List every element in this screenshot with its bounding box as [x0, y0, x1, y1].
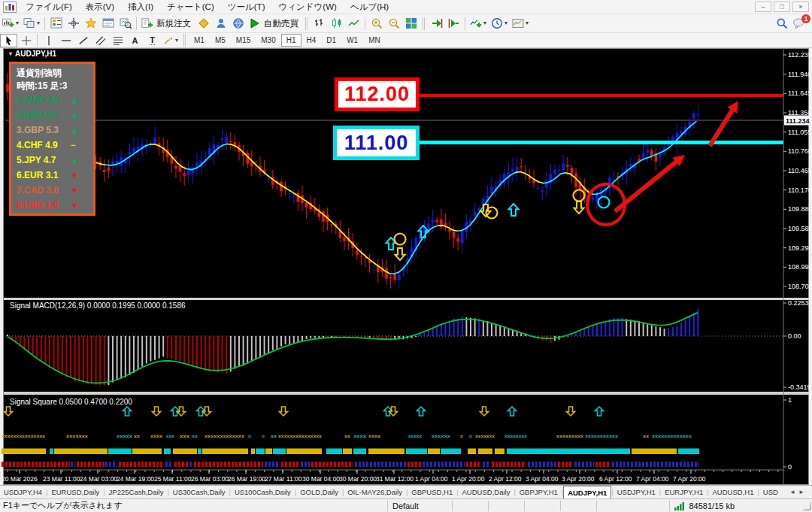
tile-windows-button[interactable]: [402, 16, 420, 32]
chart-tab-usdjpy-h4[interactable]: USDJPY,H4: [0, 486, 46, 498]
arrows-tool-button[interactable]: ▾: [161, 34, 180, 47]
price-level-label-111[interactable]: 111.00: [333, 126, 420, 160]
profiles-button[interactable]: ▾: [21, 16, 42, 32]
indicators-button[interactable]: ▾: [468, 16, 489, 32]
chart-tab-usd[interactable]: USD: [759, 486, 782, 498]
menu-item-6[interactable]: ヘルプ(H): [344, 1, 395, 14]
menu-item-2[interactable]: 挿入(I): [121, 1, 160, 14]
data-window-button[interactable]: [65, 16, 82, 32]
zoom-out-button[interactable]: [385, 16, 402, 32]
strength-row: 4.CHF 4.9−: [17, 138, 93, 153]
menu-item-1[interactable]: 表示(V): [79, 1, 121, 14]
zoom-in-button[interactable]: [368, 16, 385, 32]
news-button[interactable]: [229, 16, 247, 32]
metaeditor-button[interactable]: [195, 16, 212, 32]
community-button[interactable]: [212, 16, 229, 32]
new-chart-button[interactable]: ▾: [0, 16, 21, 32]
strength-row: 6.EUR 3.1▼: [17, 168, 93, 183]
timeframe-m1[interactable]: M1: [189, 34, 210, 47]
strength-row: 5.JPY 4.7▲: [17, 153, 93, 168]
channel-tool-button[interactable]: [92, 34, 109, 47]
chart-tab-gbpjpy-h1[interactable]: GBPJPY,H1: [516, 486, 562, 498]
strength-row-arrow-icon: ▼: [71, 171, 79, 180]
navigator-button[interactable]: [82, 16, 99, 32]
chart-tab-audjpy-h1[interactable]: AUDJPY,H1: [563, 486, 611, 498]
tab-scroll-left-icon[interactable]: ◄: [789, 489, 795, 495]
timeframe-w1[interactable]: W1: [341, 34, 363, 47]
close-button[interactable]: ×: [792, 2, 809, 12]
periods-button[interactable]: ▾: [489, 16, 510, 32]
new-order-label: 新規注文: [155, 18, 192, 29]
timeframe-m15[interactable]: M15: [231, 34, 256, 47]
notifications-icon[interactable]: 1: [792, 17, 806, 29]
strength-row: 2.NZD 6.1▲: [17, 108, 93, 123]
candlestick-mode-button[interactable]: [328, 16, 345, 32]
chart-tab-gold-daily[interactable]: GOLD,Daily: [296, 486, 342, 498]
status-cell: [488, 501, 524, 511]
price-level-label-112[interactable]: 112.00: [335, 77, 420, 111]
strength-row: 7.CAD 3.0▼: [17, 183, 93, 198]
menu-items: ファイル(F)表示(V)挿入(I)チャート(C)ツール(T)ウィンドウ(W)ヘル…: [19, 1, 395, 14]
menu-item-3[interactable]: チャート(C): [160, 1, 221, 14]
strength-row-label: 3.GBP 5.3: [17, 125, 71, 135]
trendline-tool-button[interactable]: [74, 34, 92, 47]
chart-window[interactable]: [3, 48, 809, 485]
chevron-down-icon: ▾: [526, 20, 529, 26]
label-tool-button[interactable]: T: [144, 34, 161, 47]
timeframe-mn[interactable]: MN: [363, 34, 386, 47]
chart-tab-audusd-daily[interactable]: AUDUSD,Daily: [459, 486, 514, 498]
timeframe-h4[interactable]: H4: [301, 34, 322, 47]
cursor-tool-button[interactable]: [0, 34, 17, 47]
chevron-down-icon: ▾: [175, 38, 178, 44]
timeframe-h1[interactable]: H1: [281, 34, 301, 47]
status-cell: [596, 501, 632, 511]
minimize-button[interactable]: –: [755, 2, 771, 12]
strength-row-label: 2.NZD 6.1: [17, 110, 71, 120]
horizontal-line-tool-button[interactable]: [57, 34, 74, 47]
templates-button[interactable]: ▾: [510, 16, 531, 32]
chart-tab-eurusd-daily[interactable]: EURUSD,Daily: [47, 486, 103, 498]
strength-row: 1.AUD 7.0▲: [17, 92, 93, 108]
terminal-button[interactable]: [99, 16, 117, 32]
crosshair-tool-button[interactable]: [17, 34, 35, 47]
text-tool-button[interactable]: A: [126, 34, 144, 47]
chart-tab-us30cash-daily[interactable]: US30Cash,Daily: [169, 486, 229, 498]
menu-item-5[interactable]: ウィンドウ(W): [271, 1, 343, 14]
drawing-toolbar: A T ▾ M1M5M15M30H1H4D1W1MN: [0, 33, 812, 48]
chart-tab-us100cash-daily[interactable]: US100Cash,Daily: [231, 486, 295, 498]
status-cell: [524, 501, 560, 511]
chart-shift-button[interactable]: [445, 16, 462, 32]
chart-tab-eurjpy-h1[interactable]: EURJPY,H1: [661, 486, 707, 498]
restore-button[interactable]: □: [774, 2, 790, 12]
menu-item-0[interactable]: ファイル(F): [19, 1, 79, 14]
chart-tab-usdjpy-h1[interactable]: USDJPY,H1: [614, 486, 659, 498]
bar-chart-mode-button[interactable]: [311, 16, 328, 32]
auto-trading-button[interactable]: 自動売買: [247, 16, 302, 32]
tab-scroll-right-icon[interactable]: ►: [798, 489, 804, 495]
resize-grip[interactable]: [801, 501, 812, 511]
fibonacci-tool-button[interactable]: [109, 34, 126, 47]
toolbar-separator: [365, 17, 365, 30]
chart-tab-jp225cash-daily[interactable]: JP225Cash,Daily: [105, 486, 168, 498]
line-chart-mode-button[interactable]: [345, 16, 362, 32]
chart-tab-oil-may26-daily[interactable]: OIL-MAY26,Daily: [344, 486, 406, 498]
toolbar-separator: [423, 17, 425, 30]
chart-tab-gbpusd-h1[interactable]: GBPUSD,H1: [408, 486, 456, 498]
strategy-tester-button[interactable]: [117, 16, 134, 32]
strength-row-label: 7.CAD 3.0: [17, 185, 71, 195]
vertical-line-tool-button[interactable]: [40, 34, 57, 47]
market-watch-button[interactable]: [47, 16, 65, 32]
chart-symbol-label[interactable]: ▾ AUDJPY,H1: [9, 50, 56, 58]
timeframe-m30[interactable]: M30: [256, 34, 280, 47]
new-order-button[interactable]: 新規注文: [139, 16, 195, 32]
timeframe-d1[interactable]: D1: [321, 34, 341, 47]
search-icon[interactable]: [776, 17, 788, 29]
chart-tab-audusd-h1[interactable]: AUDUSD,H1: [709, 486, 758, 498]
connection-bars-icon: [674, 501, 686, 510]
timeframe-m5[interactable]: M5: [210, 34, 231, 47]
status-profile[interactable]: Default: [387, 501, 452, 511]
toolbar-separator: [183, 34, 186, 47]
menu-item-4[interactable]: ツール(T): [221, 1, 272, 14]
notification-badge: 1: [801, 14, 810, 23]
auto-scroll-button[interactable]: [428, 16, 445, 32]
